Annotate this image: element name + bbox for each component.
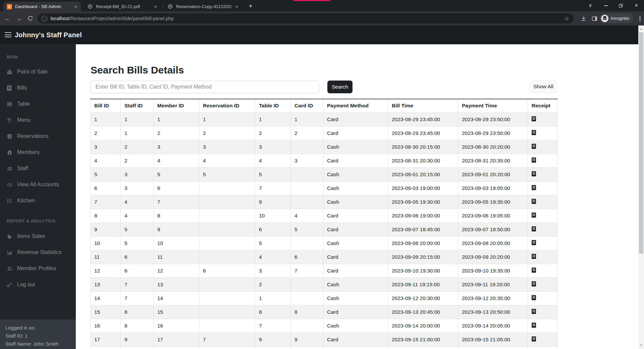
reload-icon[interactable] bbox=[25, 14, 35, 23]
table-cell: Card bbox=[323, 333, 388, 346]
table-cell: 2023-09-10 19:30:00 bbox=[388, 264, 458, 278]
table-cell: 2023-09-07 18:50:00 bbox=[458, 222, 528, 236]
receipt-icon[interactable] bbox=[532, 267, 536, 274]
tab-title: Reservation-Copy-ID1520232.pd bbox=[176, 4, 232, 9]
table-cell: 5 bbox=[291, 222, 323, 236]
sidebar-item-reservations[interactable]: Reservations bbox=[0, 128, 76, 144]
tab-close-icon[interactable]: × bbox=[153, 4, 159, 10]
receipt-icon[interactable] bbox=[532, 157, 536, 164]
table-cell bbox=[199, 319, 255, 333]
sidebar-item-label: Kitchen bbox=[17, 198, 35, 204]
receipt-icon[interactable] bbox=[532, 144, 536, 150]
receipt-icon[interactable] bbox=[532, 226, 536, 233]
logout-icon bbox=[7, 282, 14, 288]
sidebar-item-kitchen[interactable]: Kitchen bbox=[0, 193, 76, 209]
receipt-icon[interactable] bbox=[532, 185, 536, 192]
table-cell: 1 bbox=[121, 112, 154, 126]
incognito-badge: Incognito bbox=[600, 13, 633, 23]
forward-icon[interactable]: → bbox=[14, 14, 23, 23]
window-close-button[interactable]: × bbox=[630, 0, 643, 11]
table-row: 6367Cash2023-09-03 19:00:002023-09-03 19… bbox=[91, 181, 558, 195]
back-icon[interactable]: ← bbox=[3, 14, 12, 23]
scrollbar-up-arrow-icon[interactable]: ▲ bbox=[638, 26, 644, 32]
address-bar[interactable]: i localhost/RestaurantProject/adminSide/… bbox=[38, 13, 574, 23]
window-restore-button[interactable] bbox=[614, 0, 628, 11]
site-info-icon[interactable]: i bbox=[42, 16, 47, 21]
scrollbar-down-arrow-icon[interactable]: ▼ bbox=[638, 343, 644, 348]
reservations-icon bbox=[7, 134, 14, 139]
sidebar-item-view-all-accounts[interactable]: View All Accounts bbox=[0, 177, 76, 193]
table-cell: 2023-09-11 19:20:00 bbox=[458, 278, 528, 291]
main-content: Search Bills Details Search Show All Bil… bbox=[76, 44, 638, 349]
receipt-icon[interactable] bbox=[532, 322, 536, 329]
table-cell: 3 bbox=[121, 181, 154, 195]
sidebar-item-member-profiles[interactable]: Member Profiles bbox=[0, 260, 76, 277]
sidebar-item-log-out[interactable]: Log out bbox=[0, 277, 76, 293]
table-cell: 3 bbox=[121, 167, 154, 181]
page-scrollbar[interactable]: ▲ ▼ bbox=[638, 26, 644, 349]
table-cell bbox=[199, 195, 255, 209]
receipt-icon[interactable] bbox=[532, 199, 536, 205]
search-button[interactable]: Search bbox=[327, 81, 353, 93]
receipt-icon[interactable] bbox=[532, 254, 536, 260]
receipt-icon[interactable] bbox=[532, 130, 536, 137]
browser-toolbar: ← → i localhost/RestaurantProject/adminS… bbox=[0, 11, 644, 26]
side-panel-icon[interactable] bbox=[590, 14, 599, 23]
table-cell: 7 bbox=[121, 278, 154, 291]
table-cell: Cash bbox=[323, 278, 388, 291]
tab-search-chevron-icon[interactable]: ∨ bbox=[584, 0, 597, 11]
sidebar-item-bills[interactable]: Bills bbox=[0, 80, 76, 96]
table-cell bbox=[199, 222, 255, 236]
sidebar-item-staff[interactable]: Staff bbox=[0, 160, 76, 177]
table-cell: 13 bbox=[154, 278, 199, 291]
tab-close-icon[interactable]: × bbox=[234, 4, 240, 10]
table-cell: 8 bbox=[121, 305, 154, 319]
scrollbar-thumb[interactable] bbox=[639, 32, 643, 254]
receipt-icon[interactable] bbox=[532, 309, 536, 315]
receipt-icon[interactable] bbox=[532, 212, 536, 219]
sidebar-item-revenue-statistics[interactable]: Revenue Statistics bbox=[0, 244, 76, 260]
receipt-icon[interactable] bbox=[532, 295, 536, 302]
browser-tab-dashboard[interactable]: X Dashboard - SB Admin × bbox=[3, 2, 81, 11]
table-cell: 1 bbox=[199, 112, 255, 126]
sidebar-item-members[interactable]: Members bbox=[0, 144, 76, 160]
table-cell bbox=[291, 195, 323, 209]
table-cell bbox=[199, 209, 255, 222]
column-header: Reservation ID bbox=[199, 99, 255, 112]
table-cell-receipt bbox=[528, 222, 558, 236]
tab-close-icon[interactable]: × bbox=[73, 4, 79, 10]
search-input[interactable] bbox=[91, 81, 319, 93]
table-cell: 4 bbox=[255, 250, 291, 264]
browser-tab-receipt-pdf[interactable]: Receipt-Bill_ID-21.pdf × bbox=[84, 2, 161, 11]
table-cell: 2 bbox=[121, 140, 154, 154]
bookmark-star-icon[interactable]: ☆ bbox=[564, 15, 570, 22]
browser-tab-reservation-pdf[interactable]: Reservation-Copy-ID1520232.pd × bbox=[164, 2, 242, 11]
window-minimize-button[interactable] bbox=[599, 0, 612, 11]
table-cell: 7 bbox=[291, 264, 323, 278]
sidebar-item-menu[interactable]: Menu bbox=[0, 112, 76, 128]
show-all-button[interactable]: Show All bbox=[529, 80, 558, 93]
table-cell: 2023-09-12 20:30:00 bbox=[388, 291, 458, 305]
receipt-icon[interactable] bbox=[532, 281, 536, 288]
staff-id-label: Staff ID: 1 bbox=[5, 332, 70, 340]
table-cell: Card bbox=[323, 305, 388, 319]
sidebar-toggle-icon[interactable] bbox=[5, 32, 12, 38]
table-cell: 9 bbox=[255, 195, 291, 209]
browser-menu-icon[interactable] bbox=[636, 14, 644, 22]
receipt-icon[interactable] bbox=[532, 336, 536, 343]
sidebar-item-items-sales[interactable]: Items Sales bbox=[0, 228, 76, 244]
sidebar-item-point-of-sale[interactable]: Point of Sale bbox=[0, 64, 76, 80]
new-tab-button[interactable]: + bbox=[246, 2, 255, 11]
table-cell-receipt bbox=[528, 319, 558, 333]
table-cell: 2023-09-06 19:05:00 bbox=[458, 209, 528, 222]
receipt-icon[interactable] bbox=[532, 116, 536, 123]
receipt-icon[interactable] bbox=[532, 171, 536, 178]
download-icon[interactable] bbox=[579, 14, 588, 23]
sidebar-item-table[interactable]: Table bbox=[0, 96, 76, 112]
table-cell: 4 bbox=[154, 154, 199, 167]
tab-title: Dashboard - SB Admin bbox=[15, 4, 71, 9]
table-cell: 5 bbox=[199, 167, 255, 181]
receipt-icon[interactable] bbox=[532, 240, 536, 247]
table-cell: 5 bbox=[91, 167, 121, 181]
table-cell: Card bbox=[323, 126, 388, 140]
